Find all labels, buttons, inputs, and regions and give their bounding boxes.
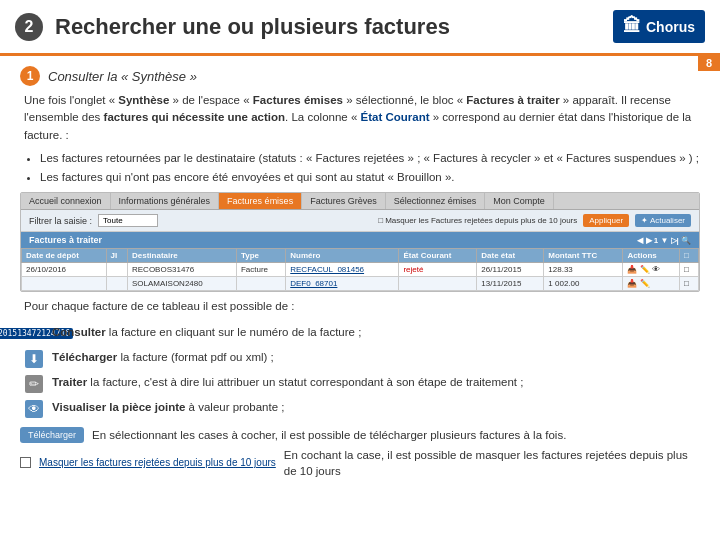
cell-date — [22, 277, 107, 291]
logo-text: Chorus — [646, 19, 695, 35]
col-actions: Actions — [623, 249, 680, 263]
cell-ji — [106, 263, 127, 277]
masquer-description: En cochant la case, il est possible de m… — [284, 447, 700, 479]
mock-tab-infos: Informations générales — [111, 193, 220, 209]
intro-text: Une fois l'onglet « Synthèse » de l'espa… — [20, 92, 700, 144]
logo-icon: 🏛 — [623, 16, 641, 37]
page-title: Rechercher une ou plusieurs factures — [55, 14, 613, 40]
cell-etat — [399, 277, 477, 291]
col-date-etat: Date état — [477, 249, 544, 263]
action-visualiser: 👁 Visualiser la pièce jointe à valeur pr… — [24, 399, 700, 419]
cell-check[interactable]: □ — [680, 277, 699, 291]
cell-type: Facture — [236, 263, 285, 277]
filter-input[interactable] — [98, 214, 158, 227]
cell-ji — [106, 277, 127, 291]
col-destinataire: Destinataire — [127, 249, 236, 263]
step1-header: 1 Consulter la « Synthèse » — [20, 66, 700, 86]
edit-icon: ✏ — [24, 374, 44, 394]
col-date: Date de dépôt — [22, 249, 107, 263]
page-step-number: 2 — [15, 13, 43, 41]
mock-tab-greves: Factures Grèves — [302, 193, 386, 209]
cell-date-etat: 26/11/2015 — [477, 263, 544, 277]
cell-destinataire: SOLAMAISON2480 — [127, 277, 236, 291]
factures-table: Date de dépôt JI Destinataire Type Numér… — [21, 248, 699, 291]
mock-tabs: Accueil connexion Informations générales… — [21, 193, 699, 210]
telecharger-text: Télécharger la facture (format pdf ou xm… — [52, 349, 700, 365]
masquer-label: Masquer les factures rejetées depuis plu… — [39, 457, 276, 468]
consulter-icon: 201513472124716 — [24, 324, 44, 344]
bottom-bar: Télécharger En sélectionnant les cases à… — [20, 427, 700, 443]
action-consulter: 201513472124716 Consulter la facture en … — [24, 324, 700, 344]
mock-tab-compte: Mon Compte — [485, 193, 554, 209]
col-check: □ — [680, 249, 699, 263]
download-icon-box[interactable]: ⬇ — [25, 350, 43, 368]
section-controls: ◀ ▶ 1 ▼ ▷| 🔍 — [637, 236, 691, 245]
telecharger-button[interactable]: Télécharger — [20, 427, 84, 443]
mock-tab-selection: Sélectionnez émises — [386, 193, 486, 209]
edit-icon-box[interactable]: ✏ — [25, 375, 43, 393]
pour-chaque-text: Pour chaque facture de ce tableau il est… — [20, 298, 700, 315]
cell-date-etat: 13/11/2015 — [477, 277, 544, 291]
hide-checkbox-label: □ Masquer les Factures rejetées depuis p… — [378, 216, 577, 225]
consulter-text: Consulter la facture en cliquant sur le … — [52, 324, 700, 340]
mock-filters: Filtrer la saisie : □ Masquer les Factur… — [21, 210, 699, 232]
eye-icon-box[interactable]: 👁 — [25, 400, 43, 418]
action-traiter: ✏ Traiter la facture, c'est à dire lui a… — [24, 374, 700, 394]
section-title: Factures à traiter — [29, 235, 102, 245]
checkbox-row: Masquer les factures rejetées depuis plu… — [20, 447, 700, 479]
cell-actions: 📥 ✏️ 👁 — [623, 263, 680, 277]
cell-numero: DEF0_68701 — [286, 277, 399, 291]
cell-type — [236, 277, 285, 291]
col-ji: JI — [106, 249, 127, 263]
chorus-logo: 🏛 Chorus — [613, 10, 705, 43]
col-numero: Numéro — [286, 249, 399, 263]
table-row: 26/10/2016 RECOBOS31476 Facture RECFACUL… — [22, 263, 699, 277]
visualiser-text: Visualiser la pièce jointe à valeur prob… — [52, 399, 700, 415]
cell-destinataire: RECOBOS31476 — [127, 263, 236, 277]
action-items: 201513472124716 Consulter la facture en … — [20, 324, 700, 419]
factures-section-header: Factures à traiter ◀ ▶ 1 ▼ ▷| 🔍 — [21, 232, 699, 248]
cell-montant: 128.33 — [544, 263, 623, 277]
mock-tab-factures-emises: Factures émises — [219, 193, 302, 209]
logo-area: 🏛 Chorus — [613, 10, 705, 43]
cell-montant: 1 002.00 — [544, 277, 623, 291]
col-type: Type — [236, 249, 285, 263]
cell-actions: 📥 ✏️ — [623, 277, 680, 291]
col-etat: État Courant — [399, 249, 477, 263]
cell-check[interactable]: □ — [680, 263, 699, 277]
step1-circle: 1 — [20, 66, 40, 86]
step1-title: Consulter la « Synthèse » — [48, 69, 197, 84]
download-icon: ⬇ — [24, 349, 44, 369]
eye-icon: 👁 — [24, 399, 44, 419]
action-telecharger: ⬇ Télécharger la facture (format pdf ou … — [24, 349, 700, 369]
table-row: SOLAMAISON2480 DEF0_68701 13/11/2015 1 0… — [22, 277, 699, 291]
mock-tab-accueil: Accueil connexion — [21, 193, 111, 209]
masquer-checkbox[interactable] — [20, 457, 31, 468]
traiter-text: Traiter la facture, c'est à dire lui att… — [52, 374, 700, 390]
filter-label: Filtrer la saisie : — [29, 216, 92, 226]
page-header: 2 Rechercher une ou plusieurs factures 🏛… — [0, 0, 720, 56]
bullet-list: Les factures retournées par le destinata… — [20, 150, 700, 187]
dl-description: En sélectionnant les cases à cocher, il … — [92, 427, 700, 443]
cell-etat: rejeté — [399, 263, 477, 277]
cell-numero: RECFACUL_081456 — [286, 263, 399, 277]
cell-date: 26/10/2016 — [22, 263, 107, 277]
refresh-btn[interactable]: ✦ Actualiser — [635, 214, 691, 227]
bullet-item-1: Les factures retournées par le destinata… — [40, 150, 700, 167]
bullet-item-2: Les factures qui n'ont pas encore été en… — [40, 169, 700, 186]
content-area: 1 Consulter la « Synthèse » Une fois l'o… — [0, 56, 720, 489]
mock-ui-screenshot: Accueil connexion Informations générales… — [20, 192, 700, 292]
apply-btn[interactable]: Appliquer — [583, 214, 629, 227]
col-montant: Montant TTC — [544, 249, 623, 263]
